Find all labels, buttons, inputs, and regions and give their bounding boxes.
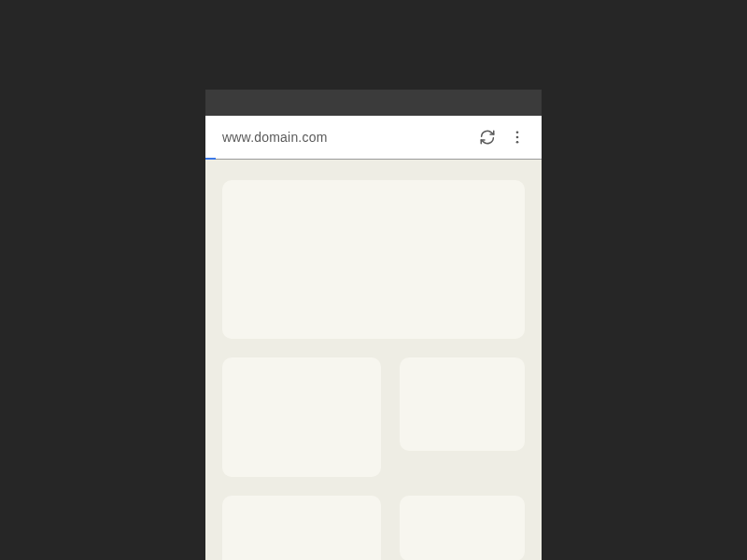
content-card <box>400 357 525 451</box>
status-bar <box>205 90 542 116</box>
content-card <box>222 496 381 560</box>
url-field[interactable]: www.domain.com <box>222 130 469 145</box>
content-card <box>222 357 381 477</box>
content-card <box>400 496 525 560</box>
svg-point-2 <box>516 141 519 144</box>
svg-point-0 <box>516 131 519 133</box>
address-bar: www.domain.com <box>205 116 542 160</box>
svg-point-1 <box>516 136 519 139</box>
content-card <box>222 180 525 339</box>
page-content[interactable] <box>205 160 542 560</box>
refresh-icon[interactable] <box>476 126 499 148</box>
page-load-progress <box>205 158 216 160</box>
more-vert-icon[interactable] <box>506 126 529 148</box>
mobile-browser-frame: www.domain.com <box>205 90 542 560</box>
